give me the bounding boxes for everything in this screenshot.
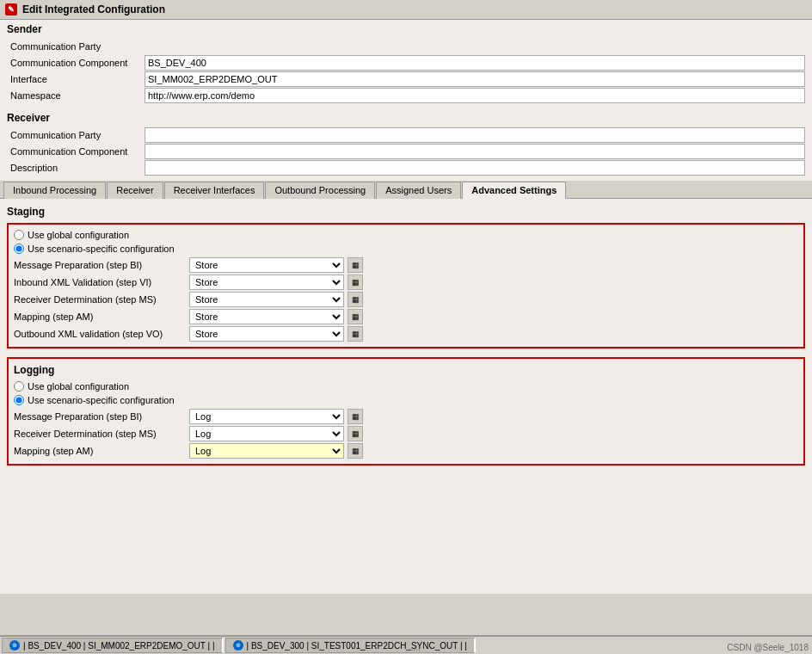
logging-global-label: Use global configuration	[28, 381, 129, 392]
logging-field-icon-2[interactable]: ▦	[348, 443, 363, 459]
logging-fields-grid: Message Preparation (step BI) LogStoreNo…	[14, 409, 798, 459]
logging-global-radio-row: Use global configuration	[14, 381, 798, 392]
tab-receiver-interfaces[interactable]: Receiver Interfaces	[164, 182, 265, 199]
staging-field-select-1[interactable]: StoreLogNone	[189, 275, 344, 290]
tab-assigned-users[interactable]: Assigned Users	[376, 182, 461, 199]
tab-content-advanced: Staging Use global configuration Use sce…	[0, 198, 812, 594]
taskbar-icon-0: ⊕	[9, 640, 20, 651]
tab-receiver[interactable]: Receiver	[107, 182, 163, 199]
watermark: CSDN @Seele_1018	[727, 643, 809, 652]
taskbar-item-1[interactable]: ⊕ | BS_DEV_300 | SI_TEST001_ERP2DCH_SYNC…	[225, 638, 476, 653]
tab-strip: Inbound Processing Receiver Receiver Int…	[0, 181, 812, 198]
sender-namespace-input[interactable]	[145, 88, 805, 103]
title-icon: ✎	[5, 3, 17, 15]
sender-comm-party-label: Communication Party	[7, 39, 145, 54]
taskbar-icon-1: ⊕	[233, 640, 243, 651]
main-window: Sender Communication Party Communication…	[0, 20, 812, 594]
staging-global-radio[interactable]	[14, 230, 24, 240]
logging-field-label-1: Receiver Determination (step MS)	[14, 426, 186, 441]
logging-field-label-0: Message Preparation (step BI)	[14, 409, 186, 424]
title-text: Edit Integrated Configuration	[22, 3, 165, 15]
staging-field-icon-3[interactable]: ▦	[348, 309, 363, 324]
staging-fields-grid: Message Preparation (step BI) StoreLogNo…	[14, 257, 798, 342]
staging-global-label: Use global configuration	[28, 230, 129, 240]
staging-field-icon-0[interactable]: ▦	[348, 257, 363, 273]
staging-field-icon-4[interactable]: ▦	[348, 326, 363, 342]
logging-title: Logging	[14, 364, 798, 376]
logging-field-select-1[interactable]: LogStoreNone	[189, 426, 344, 441]
staging-scenario-label: Use scenario-specific configuration	[28, 244, 175, 254]
sender-form: Communication Party Communication Compon…	[0, 37, 812, 105]
staging-field-select-4[interactable]: StoreLogNone	[189, 326, 344, 342]
title-bar: ✎ Edit Integrated Configuration	[0, 0, 812, 20]
staging-scenario-radio-row: Use scenario-specific configuration	[14, 244, 798, 254]
receiver-comm-party-label: Communication Party	[7, 127, 145, 143]
tab-inbound-processing[interactable]: Inbound Processing	[3, 182, 106, 199]
bottom-bar: ⊕ | BS_DEV_400 | SI_MM002_ERP2DEMO_OUT |…	[0, 635, 812, 654]
staging-field-icon-1[interactable]: ▦	[348, 275, 363, 290]
receiver-description-input[interactable]	[145, 160, 805, 176]
sender-comm-party-input[interactable]	[145, 39, 805, 54]
tab-outbound-processing[interactable]: Outbound Processing	[265, 182, 375, 199]
receiver-header: Receiver	[0, 108, 812, 126]
tab-advanced-settings[interactable]: Advanced Settings	[462, 182, 566, 199]
staging-box: Use global configuration Use scenario-sp…	[7, 223, 805, 349]
logging-field-select-0[interactable]: LogStoreNone	[189, 409, 344, 424]
staging-field-label-0: Message Preparation (step BI)	[14, 257, 186, 273]
staging-field-label-2: Receiver Determination (step MS)	[14, 292, 186, 307]
staging-field-label-1: Inbound XML Validation (step VI)	[14, 275, 186, 290]
logging-field-icon-1[interactable]: ▦	[348, 426, 363, 441]
sender-interface-label: Interface	[7, 71, 145, 87]
logging-box: Logging Use global configuration Use sce…	[7, 357, 805, 466]
taskbar-label-0: | BS_DEV_400 | SI_MM002_ERP2DEMO_OUT | |	[23, 641, 215, 651]
receiver-description-label: Description	[7, 160, 145, 176]
staging-field-label-4: Outbound XML validation (step VO)	[14, 326, 186, 342]
logging-field-icon-0[interactable]: ▦	[348, 409, 363, 424]
logging-field-select-2[interactable]: LogStoreNone	[189, 443, 344, 459]
staging-field-label-3: Mapping (step AM)	[14, 309, 186, 324]
sender-header: Sender	[0, 20, 812, 37]
logging-scenario-radio[interactable]	[14, 395, 24, 405]
sender-interface-input[interactable]	[145, 71, 805, 87]
sender-comm-component-label: Communication Component	[7, 55, 145, 71]
staging-global-radio-row: Use global configuration	[14, 230, 798, 240]
receiver-comm-party-input[interactable]	[145, 127, 805, 143]
logging-scenario-label: Use scenario-specific configuration	[28, 395, 175, 405]
dots-area: ......	[406, 643, 421, 652]
receiver-comm-component-label: Communication Component	[7, 144, 145, 159]
logging-global-radio[interactable]	[14, 381, 24, 392]
taskbar-label-1: | BS_DEV_300 | SI_TEST001_ERP2DCH_SYNC_O…	[247, 641, 467, 651]
staging-title: Staging	[7, 206, 805, 218]
staging-scenario-radio[interactable]	[14, 244, 24, 254]
staging-field-select-2[interactable]: StoreLogNone	[189, 292, 344, 307]
receiver-comm-component-input[interactable]	[145, 144, 805, 159]
staging-field-select-0[interactable]: StoreLogNone	[189, 257, 344, 273]
logging-scenario-radio-row: Use scenario-specific configuration	[14, 395, 798, 405]
staging-field-icon-2[interactable]: ▦	[348, 292, 363, 307]
taskbar-item-0[interactable]: ⊕ | BS_DEV_400 | SI_MM002_ERP2DEMO_OUT |…	[2, 638, 224, 653]
receiver-form: Communication Party Communication Compon…	[0, 126, 812, 177]
sender-namespace-label: Namespace	[7, 88, 145, 103]
sender-comm-component-input[interactable]	[145, 55, 805, 71]
staging-field-select-3[interactable]: StoreLogNone	[189, 309, 344, 324]
logging-field-label-2: Mapping (step AM)	[14, 443, 186, 459]
